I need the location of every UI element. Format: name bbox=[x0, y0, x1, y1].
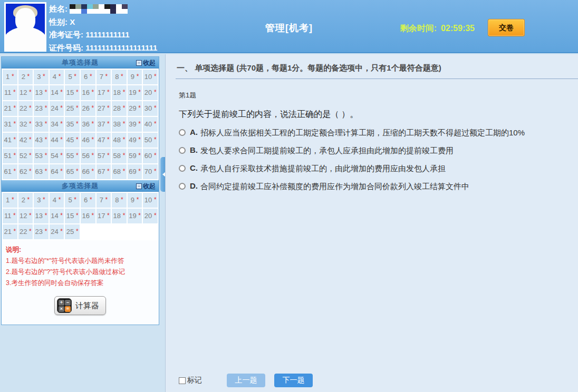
multi-choice-collapse-button[interactable]: − 收起 bbox=[136, 182, 156, 191]
question-number-cell[interactable]: 66 * bbox=[81, 164, 95, 179]
question-number-cell[interactable]: 52 * bbox=[18, 149, 33, 163]
question-number-cell[interactable]: 23 * bbox=[34, 101, 49, 116]
question-number-cell[interactable]: 8 * bbox=[112, 70, 127, 84]
answer-option[interactable]: C.承包人自行采取技术措施提前竣工的，由此增加的费用应由发包人承担 bbox=[179, 163, 578, 174]
question-number-cell[interactable]: 40 * bbox=[143, 117, 158, 132]
question-number-cell[interactable]: 6 * bbox=[81, 193, 95, 208]
question-number-cell[interactable]: 68 * bbox=[112, 164, 127, 179]
question-number-cell[interactable]: 47 * bbox=[97, 133, 111, 148]
question-number-cell[interactable]: 24 * bbox=[50, 224, 64, 239]
question-number-cell[interactable]: 15 * bbox=[65, 209, 80, 223]
question-number-cell[interactable]: 18 * bbox=[112, 85, 127, 100]
answer-option[interactable]: B.发包人要求合同工期提前竣工的，承包人应承担由此增加的提前竣工费用 bbox=[179, 145, 578, 156]
radio-button-icon[interactable] bbox=[179, 129, 186, 136]
question-number-cell[interactable]: 44 * bbox=[50, 133, 64, 148]
question-number-cell[interactable]: 53 * bbox=[34, 149, 49, 163]
question-number-cell[interactable]: 42 * bbox=[18, 133, 33, 148]
question-number-cell[interactable]: 70 * bbox=[143, 164, 158, 179]
question-number-cell[interactable]: 39 * bbox=[128, 117, 142, 132]
question-number-cell[interactable]: 37 * bbox=[97, 117, 111, 132]
question-number-cell[interactable]: 18 * bbox=[112, 209, 127, 223]
question-number-cell[interactable]: 16 * bbox=[81, 85, 95, 100]
question-number-cell[interactable]: 51 * bbox=[3, 149, 17, 163]
question-number-cell[interactable]: 35 * bbox=[65, 117, 80, 132]
question-number-cell[interactable]: 2 * bbox=[18, 193, 33, 208]
question-number-cell[interactable]: 56 * bbox=[81, 149, 95, 163]
question-number-cell[interactable]: 58 * bbox=[112, 149, 127, 163]
question-number-cell[interactable]: 41 * bbox=[3, 133, 17, 148]
question-number-cell[interactable]: 9 * bbox=[128, 70, 142, 84]
question-number-cell[interactable]: 20 * bbox=[143, 209, 158, 223]
question-number-cell[interactable]: 3 * bbox=[34, 70, 49, 84]
question-number-cell[interactable]: 15 * bbox=[65, 85, 80, 100]
next-question-button[interactable]: 下一题 bbox=[274, 374, 313, 387]
question-number-cell[interactable]: 14 * bbox=[50, 85, 64, 100]
question-number-cell[interactable]: 20 * bbox=[143, 85, 158, 100]
question-number-cell[interactable]: 59 * bbox=[128, 149, 142, 163]
question-number-cell[interactable]: 31 * bbox=[3, 117, 17, 132]
question-number-cell[interactable]: 1 * bbox=[3, 193, 17, 208]
question-number-cell[interactable]: 65 * bbox=[65, 164, 80, 179]
previous-question-button[interactable]: 上一题 bbox=[227, 374, 265, 387]
question-number-cell[interactable]: 62 * bbox=[18, 164, 33, 179]
single-choice-collapse-button[interactable]: − 收起 bbox=[136, 58, 156, 67]
question-number-cell[interactable]: 63 * bbox=[34, 164, 49, 179]
mark-checkbox[interactable] bbox=[179, 377, 186, 384]
question-number-cell[interactable]: 13 * bbox=[34, 85, 49, 100]
question-number-cell[interactable]: 38 * bbox=[112, 117, 127, 132]
question-number-cell[interactable]: 45 * bbox=[65, 133, 80, 148]
question-number-cell[interactable]: 50 * bbox=[143, 133, 158, 148]
calculator-button[interactable]: +−×= 计算器 bbox=[54, 296, 106, 315]
question-number-cell[interactable]: 4 * bbox=[50, 193, 64, 208]
question-number-cell[interactable]: 32 * bbox=[18, 117, 33, 132]
question-number-cell[interactable]: 21 * bbox=[3, 224, 17, 239]
question-number-cell[interactable]: 49 * bbox=[128, 133, 142, 148]
question-number-cell[interactable]: 61 * bbox=[3, 164, 17, 179]
question-number-cell[interactable]: 3 * bbox=[34, 193, 49, 208]
question-number-cell[interactable]: 26 * bbox=[81, 101, 95, 116]
question-number-cell[interactable]: 12 * bbox=[18, 85, 33, 100]
question-number-cell[interactable]: 21 * bbox=[3, 101, 17, 116]
question-number-cell[interactable]: 11 * bbox=[3, 85, 17, 100]
question-number-cell[interactable]: 28 * bbox=[112, 101, 127, 116]
radio-button-icon[interactable] bbox=[179, 165, 186, 172]
question-number-cell[interactable]: 2 * bbox=[18, 70, 33, 84]
question-number-cell[interactable]: 60 * bbox=[143, 149, 158, 163]
question-number-cell[interactable]: 14 * bbox=[50, 209, 64, 223]
answer-option[interactable]: D.合同约定提前竣工应补偿额度的费用应作为增加合同价款列入竣工结算文件中 bbox=[179, 181, 578, 192]
question-number-cell[interactable]: 43 * bbox=[34, 133, 49, 148]
question-number-cell[interactable]: 10 * bbox=[143, 193, 158, 208]
question-number-cell[interactable]: 34 * bbox=[50, 117, 64, 132]
question-number-cell[interactable]: 11 * bbox=[3, 209, 17, 223]
question-number-cell[interactable]: 16 * bbox=[81, 209, 95, 223]
question-number-cell[interactable]: 7 * bbox=[97, 193, 111, 208]
question-number-cell[interactable]: 33 * bbox=[34, 117, 49, 132]
question-number-cell[interactable]: 4 * bbox=[50, 70, 64, 84]
question-number-cell[interactable]: 9 * bbox=[128, 193, 142, 208]
question-number-cell[interactable]: 22 * bbox=[18, 101, 33, 116]
question-number-cell[interactable]: 57 * bbox=[97, 149, 111, 163]
submit-paper-button[interactable]: 交卷 bbox=[488, 19, 525, 36]
question-number-cell[interactable]: 1 * bbox=[3, 70, 17, 84]
question-number-cell[interactable]: 25 * bbox=[65, 101, 80, 116]
question-number-cell[interactable]: 22 * bbox=[18, 224, 33, 239]
question-number-cell[interactable]: 27 * bbox=[97, 101, 111, 116]
question-number-cell[interactable]: 5 * bbox=[65, 193, 80, 208]
radio-button-icon[interactable] bbox=[179, 183, 186, 190]
question-number-cell[interactable]: 29 * bbox=[128, 101, 142, 116]
question-number-cell[interactable]: 7 * bbox=[97, 70, 111, 84]
question-number-cell[interactable]: 48 * bbox=[112, 133, 127, 148]
question-number-cell[interactable]: 36 * bbox=[81, 117, 95, 132]
question-number-cell[interactable]: 23 * bbox=[34, 224, 49, 239]
question-number-cell[interactable]: 30 * bbox=[143, 101, 158, 116]
question-number-cell[interactable]: 25 * bbox=[65, 224, 80, 239]
question-number-cell[interactable]: 24 * bbox=[50, 101, 64, 116]
question-number-cell[interactable]: 8 * bbox=[112, 193, 127, 208]
question-number-cell[interactable]: 46 * bbox=[81, 133, 95, 148]
question-number-cell[interactable]: 5 * bbox=[65, 70, 80, 84]
question-number-cell[interactable]: 64 * bbox=[50, 164, 64, 179]
question-number-cell[interactable]: 12 * bbox=[18, 209, 33, 223]
question-number-cell[interactable]: 19 * bbox=[128, 85, 142, 100]
radio-button-icon[interactable] bbox=[179, 147, 186, 154]
question-number-cell[interactable]: 69 * bbox=[128, 164, 142, 179]
